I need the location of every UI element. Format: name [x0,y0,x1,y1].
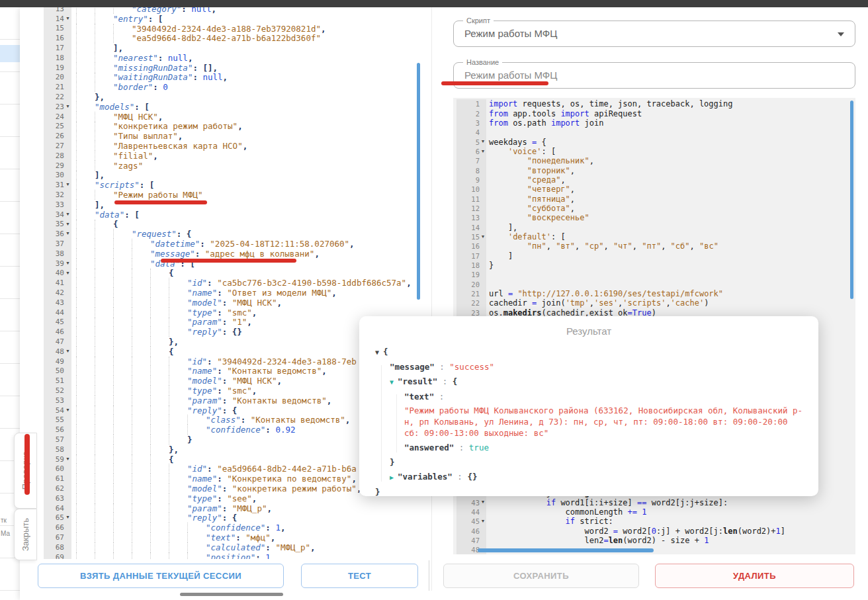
tab-close[interactable]: Закрыть [14,509,37,560]
token: app.tools [508,109,560,118]
token: "пн" [527,241,546,251]
token: "вторник" [527,166,570,175]
token: ) [704,298,709,308]
code-line: 3from os.path import join [453,118,855,128]
token: : [222,484,232,493]
page-horizontal-scrollbar[interactable] [180,593,283,596]
token: "МФЦ НСК" [113,112,158,122]
script-select[interactable]: Скрипт Режим работы МФЦ [453,21,855,47]
line-number: 53 [56,396,64,405]
collapse-arrow-icon[interactable]: ▼ [480,137,486,146]
line-content: "reply": { [76,513,237,523]
top-bar [0,0,868,7]
code-line: 14 ], [453,222,855,232]
collapse-arrow-icon[interactable]: ▼ [480,497,486,507]
token: : [ [148,14,163,24]
line-number: 45 [56,318,64,326]
token: , [277,298,282,308]
token: , [243,141,248,151]
line-gutter: 46 [456,526,486,535]
line-number: 69 [56,553,64,559]
json-line: 29"zags" [24,161,415,171]
save-button[interactable]: СОХРАНИТЬ [443,564,639,588]
json-line: 27"Лаврентьевская карта НСО", [24,141,415,151]
line-number: 63 [56,494,64,503]
line-gutter: 45▼ [456,517,486,526]
collapse-arrow-icon[interactable]: ▼ [64,220,71,230]
take-session-data-button[interactable]: ВЗЯТЬ ДАННЫЕ ТЕКУЩЕЙ СЕССИИ [38,564,284,588]
collapse-arrow-icon[interactable]: ▼ [480,232,486,241]
token: apiRequest [589,109,642,118]
line-gutter: 58 [44,445,71,454]
line-number: 47 [471,536,480,544]
collapse-arrow-icon[interactable]: ▼ [64,269,71,279]
collapse-arrow-icon[interactable]: ▼ [64,229,71,239]
token: "models" [95,102,134,112]
line-number: 15 [471,233,480,241]
collapse-arrow-icon[interactable]: ▼ [64,102,71,112]
line-number: 13 [471,214,480,222]
line-content: from os.path import join [489,118,603,128]
token: os.path [508,118,551,128]
token: "param" [187,317,222,327]
collapse-arrow-icon[interactable]: ▼ [480,517,486,526]
token: from [489,118,508,128]
line-gutter: 55 [44,415,71,425]
json-line: 47}, [24,337,415,347]
collapse-arrow-icon[interactable]: ▼ [64,210,71,220]
token: : [453,472,468,482]
line-number: 52 [56,386,64,395]
delete-button[interactable]: УДАЛИТЬ [655,564,854,588]
token: "id" [187,278,207,288]
test-button[interactable]: ТЕСТ [301,564,418,588]
line-number: 32 [56,191,64,199]
editor-vertical-scrollbar[interactable] [850,101,853,299]
token: "result" [398,376,437,386]
token: "model" [187,298,222,308]
token: , [603,241,613,251]
token: : [], [193,63,218,73]
line-content: "position": 1 [76,552,271,559]
json-line: 44"type": "smc", [24,308,415,318]
token: "воскресенье" [527,213,589,222]
token: "confidence" [206,425,265,435]
token: "2025-04-18T12:11:58.027060" [210,239,349,249]
collapse-arrow-icon[interactable]: ▼ [480,147,486,156]
line-number: 38 [56,249,64,258]
collapse-arrow-icon[interactable]: ▼ [64,347,71,357]
line-content: "waitingRunData": null, [76,73,228,83]
line-gutter: 43▼ [456,497,486,507]
line-content: "category": null, [76,7,216,14]
line-gutter: 45 [44,318,71,327]
background-row [0,396,20,429]
line-gutter: 29 [44,161,71,171]
token: : [ [134,102,150,112]
result-json-row: ▼ { [359,345,818,359]
line-content: "scripts": [ [76,180,154,190]
json-panel-scrollbar[interactable] [417,63,420,300]
line-number: 11 [471,195,480,203]
background-row [0,364,20,396]
session-json-panel[interactable]: 13"category": null,14▼"entry": [15"39404… [24,7,415,559]
chevron-down-icon[interactable] [838,32,844,36]
line-gutter: 52 [44,386,71,396]
token: : [222,298,232,308]
collapse-arrow-icon[interactable]: ▼ [64,14,71,24]
line-number: 7 [476,157,480,165]
token: "пт" [642,241,661,251]
editor-horizontal-scrollbar[interactable] [478,548,654,552]
token: ] [781,527,785,536]
token: "МФЦ_р" [275,542,310,552]
token: "success" [449,362,494,372]
line-gutter: 50 [44,366,71,376]
line-content: "data": [ [76,210,140,220]
line-gutter: 47 [44,337,71,347]
collapse-arrow-icon[interactable]: ▼ [64,454,71,464]
collapse-arrow-icon[interactable]: ▼ [64,259,71,269]
panel-divider [431,7,432,591]
collapse-arrow-icon[interactable]: ▼ [64,406,71,415]
collapse-arrow-icon[interactable]: ▼ [64,513,71,523]
collapse-arrow-icon[interactable]: ▼ [64,180,71,190]
json-line: 60"id": "ea5d9664-8db2-44e2-a71b-b6a [24,464,415,474]
token: , [277,376,282,386]
